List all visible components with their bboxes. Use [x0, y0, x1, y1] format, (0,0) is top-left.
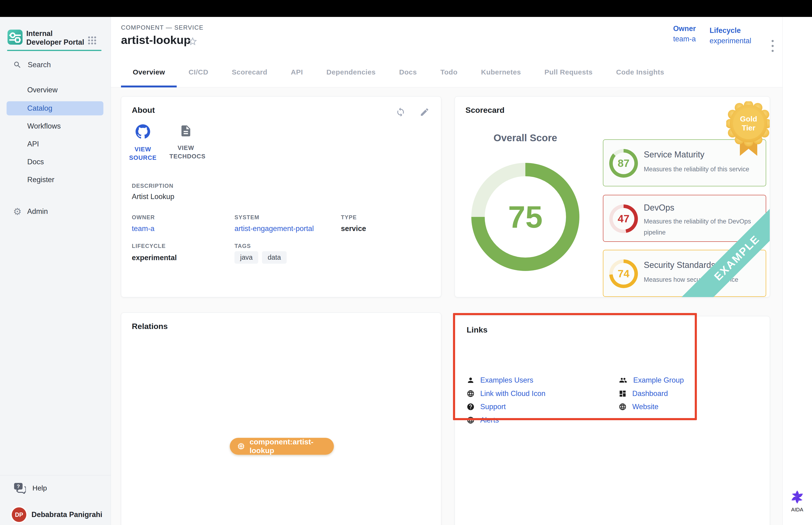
gear-icon: ⚙	[13, 207, 21, 216]
dashboard-icon	[619, 390, 627, 397]
link-cloud[interactable]: Link with Cloud Icon	[466, 388, 545, 399]
right-rail: AIDA	[782, 17, 812, 525]
user-icon	[466, 376, 475, 384]
aida-assistant-button[interactable]: AIDA	[788, 490, 807, 513]
tags-label: TAGS	[234, 243, 251, 249]
entity-tabs: Overview CI/CD Scorecard API Dependencie…	[121, 59, 676, 87]
sidebar-accent-rule	[7, 50, 102, 51]
tab-api[interactable]: API	[279, 59, 315, 87]
sidebar-item-workflows[interactable]: Workflows	[6, 119, 103, 133]
tab-pull-requests[interactable]: Pull Requests	[533, 59, 604, 87]
globe-icon	[466, 416, 475, 424]
relations-node-label: component:artist-lookup	[249, 438, 334, 455]
sidebar-item-docs[interactable]: Docs	[6, 155, 103, 169]
group-icon	[619, 376, 628, 384]
relations-card: Relations component:artist-lookup	[121, 313, 441, 525]
top-black-bar	[0, 0, 812, 17]
more-options-kebab[interactable]	[768, 40, 777, 61]
link-examples-users[interactable]: Examples Users	[466, 375, 533, 386]
sidebar-item-catalog[interactable]: Catalog	[6, 101, 103, 115]
overall-score-value: 75	[508, 199, 543, 235]
description-label: DESCRIPTION	[132, 183, 173, 189]
avatar: DP	[12, 507, 26, 522]
chip-icon	[237, 442, 245, 451]
view-techdocs-button[interactable]: VIEW TECHDOCS	[169, 124, 202, 161]
aida-label: AIDA	[788, 507, 807, 513]
globe-icon	[466, 390, 475, 397]
badge-line1: Gold	[740, 115, 757, 123]
tag-chip[interactable]: data	[262, 251, 287, 264]
page-title: artist-lookup	[121, 33, 191, 46]
sidebar-item-register[interactable]: Register	[6, 173, 103, 187]
help-circle-icon	[466, 403, 475, 411]
owner-link[interactable]: team-a	[132, 224, 154, 233]
tab-docs[interactable]: Docs	[387, 59, 429, 87]
scorecard-card: Scorecard Overall Score 75	[455, 96, 770, 297]
sidebar-item-overview[interactable]: Overview	[6, 83, 103, 97]
gold-tier-badge: Gold Tier	[726, 101, 770, 159]
type-label: TYPE	[341, 214, 357, 221]
tab-kubernetes[interactable]: Kubernetes	[469, 59, 533, 87]
header-owner[interactable]: Owner team-a	[673, 25, 696, 43]
sidebar-item-admin[interactable]: ⚙ Admin	[13, 205, 103, 218]
help-bubble-icon: ?	[14, 482, 26, 494]
svg-text:?: ?	[17, 483, 20, 489]
search-icon	[13, 61, 21, 69]
tab-scorecard[interactable]: Scorecard	[220, 59, 279, 87]
tags-row: javadata	[234, 251, 290, 264]
sidebar: Internal Developer Portal Search Overvie…	[0, 17, 111, 525]
user-name: Debabrata Panigrahi	[31, 510, 102, 519]
link-support[interactable]: Support	[466, 402, 506, 412]
refresh-icon[interactable]	[396, 107, 406, 118]
overall-score-donut: 75	[471, 163, 579, 271]
badge-line2: Tier	[742, 124, 755, 132]
portal-logo-icon	[7, 30, 22, 45]
tab-todo[interactable]: Todo	[429, 59, 469, 87]
tag-chip[interactable]: java	[234, 251, 258, 264]
link-alerts[interactable]: Alerts	[466, 415, 499, 425]
sidebar-search[interactable]: Search	[13, 59, 103, 71]
about-card: About VIEW SOURCE	[121, 96, 441, 297]
techdocs-doc-icon	[179, 124, 193, 137]
header-lifecycle[interactable]: Lifecycle experimental	[709, 26, 751, 45]
sidebar-divider	[0, 475, 111, 476]
link-example-group[interactable]: Example Group	[619, 375, 684, 386]
links-card: Links Examples Users Link with Cloud Ico…	[455, 316, 770, 525]
metric-card-devops[interactable]: 47 DevOps Measures the reliability of th…	[603, 195, 766, 242]
about-title: About	[132, 106, 155, 115]
view-source-button[interactable]: VIEW SOURCE	[126, 124, 159, 162]
globe-icon	[619, 403, 627, 411]
help-button[interactable]: ? Help	[14, 482, 103, 494]
relations-title: Relations	[132, 322, 168, 331]
owner-label: OWNER	[132, 214, 155, 221]
lifecycle-label: LIFECYCLE	[132, 243, 166, 249]
tab-overview[interactable]: Overview	[121, 59, 177, 87]
aida-flower-icon	[790, 490, 805, 504]
lifecycle-value: experimental	[132, 254, 177, 262]
links-title: Links	[466, 325, 488, 334]
user-profile[interactable]: DP Debabrata Panigrahi	[12, 507, 106, 522]
description-value: Artist Lookup	[132, 193, 174, 201]
tab-dependencies[interactable]: Dependencies	[315, 59, 387, 87]
favorite-star-icon[interactable]	[187, 36, 198, 47]
apps-grid-icon[interactable]	[88, 36, 97, 46]
link-website[interactable]: Website	[619, 402, 658, 412]
entity-header: COMPONENT — SERVICE artist-lookup Owner …	[111, 17, 782, 87]
link-dashboard[interactable]: Dashboard	[619, 388, 668, 399]
main-area: COMPONENT — SERVICE artist-lookup Owner …	[111, 17, 782, 525]
tab-code-insights[interactable]: Code Insights	[604, 59, 676, 87]
type-value: service	[341, 224, 366, 233]
portal-title: Internal Developer Portal	[26, 29, 85, 46]
app-root: Internal Developer Portal Search Overvie…	[0, 0, 812, 525]
breadcrumb: COMPONENT — SERVICE	[121, 24, 203, 31]
github-icon	[136, 124, 150, 139]
relations-node-component[interactable]: component:artist-lookup	[230, 438, 334, 455]
sidebar-item-api[interactable]: API	[6, 137, 103, 151]
tab-cicd[interactable]: CI/CD	[177, 59, 220, 87]
overall-score-label: Overall Score	[469, 132, 582, 144]
system-link[interactable]: artist-engagement-portal	[234, 224, 314, 233]
edit-pencil-icon[interactable]	[419, 107, 430, 118]
search-label: Search	[28, 61, 51, 69]
scorecard-title: Scorecard	[465, 106, 504, 115]
system-label: SYSTEM	[234, 214, 259, 221]
